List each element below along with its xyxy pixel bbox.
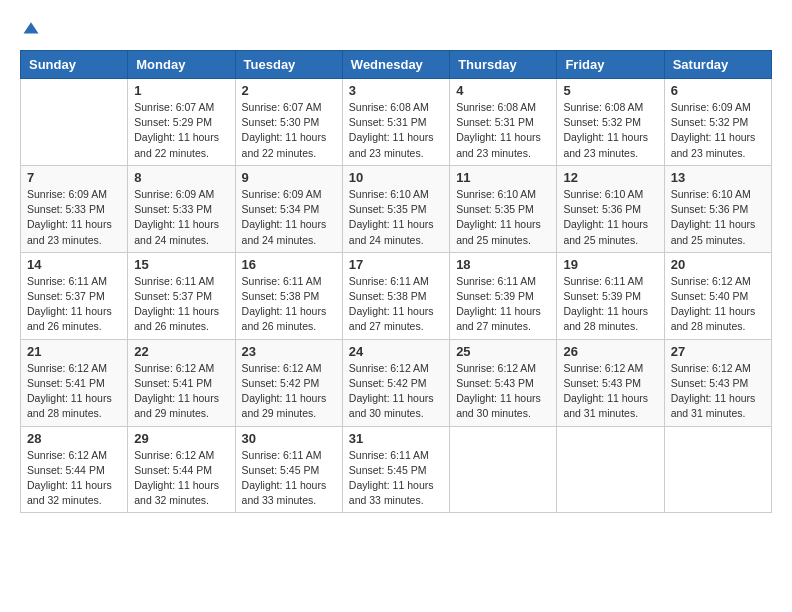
day-info: Sunrise: 6:11 AM Sunset: 5:45 PM Dayligh… — [349, 448, 443, 509]
day-number: 8 — [134, 170, 228, 185]
calendar-cell: 25Sunrise: 6:12 AM Sunset: 5:43 PM Dayli… — [450, 339, 557, 426]
calendar-cell: 17Sunrise: 6:11 AM Sunset: 5:38 PM Dayli… — [342, 252, 449, 339]
day-info: Sunrise: 6:08 AM Sunset: 5:32 PM Dayligh… — [563, 100, 657, 161]
calendar-cell: 27Sunrise: 6:12 AM Sunset: 5:43 PM Dayli… — [664, 339, 771, 426]
calendar-cell: 13Sunrise: 6:10 AM Sunset: 5:36 PM Dayli… — [664, 165, 771, 252]
day-info: Sunrise: 6:12 AM Sunset: 5:43 PM Dayligh… — [671, 361, 765, 422]
calendar-cell: 9Sunrise: 6:09 AM Sunset: 5:34 PM Daylig… — [235, 165, 342, 252]
day-info: Sunrise: 6:12 AM Sunset: 5:43 PM Dayligh… — [456, 361, 550, 422]
day-info: Sunrise: 6:12 AM Sunset: 5:41 PM Dayligh… — [134, 361, 228, 422]
calendar-cell: 6Sunrise: 6:09 AM Sunset: 5:32 PM Daylig… — [664, 79, 771, 166]
day-number: 28 — [27, 431, 121, 446]
column-header-tuesday: Tuesday — [235, 51, 342, 79]
day-info: Sunrise: 6:11 AM Sunset: 5:37 PM Dayligh… — [27, 274, 121, 335]
calendar-cell: 30Sunrise: 6:11 AM Sunset: 5:45 PM Dayli… — [235, 426, 342, 513]
column-header-monday: Monday — [128, 51, 235, 79]
day-info: Sunrise: 6:12 AM Sunset: 5:44 PM Dayligh… — [27, 448, 121, 509]
calendar-cell: 31Sunrise: 6:11 AM Sunset: 5:45 PM Dayli… — [342, 426, 449, 513]
calendar-cell: 2Sunrise: 6:07 AM Sunset: 5:30 PM Daylig… — [235, 79, 342, 166]
day-number: 23 — [242, 344, 336, 359]
column-header-wednesday: Wednesday — [342, 51, 449, 79]
day-number: 18 — [456, 257, 550, 272]
day-number: 13 — [671, 170, 765, 185]
day-number: 7 — [27, 170, 121, 185]
day-number: 26 — [563, 344, 657, 359]
calendar-cell: 15Sunrise: 6:11 AM Sunset: 5:37 PM Dayli… — [128, 252, 235, 339]
day-number: 6 — [671, 83, 765, 98]
day-number: 27 — [671, 344, 765, 359]
day-number: 25 — [456, 344, 550, 359]
day-number: 3 — [349, 83, 443, 98]
day-info: Sunrise: 6:12 AM Sunset: 5:43 PM Dayligh… — [563, 361, 657, 422]
day-info: Sunrise: 6:09 AM Sunset: 5:33 PM Dayligh… — [134, 187, 228, 248]
day-info: Sunrise: 6:11 AM Sunset: 5:38 PM Dayligh… — [349, 274, 443, 335]
calendar-table: SundayMondayTuesdayWednesdayThursdayFrid… — [20, 50, 772, 513]
day-number: 19 — [563, 257, 657, 272]
calendar-cell: 20Sunrise: 6:12 AM Sunset: 5:40 PM Dayli… — [664, 252, 771, 339]
calendar-cell: 18Sunrise: 6:11 AM Sunset: 5:39 PM Dayli… — [450, 252, 557, 339]
calendar-cell: 5Sunrise: 6:08 AM Sunset: 5:32 PM Daylig… — [557, 79, 664, 166]
day-info: Sunrise: 6:12 AM Sunset: 5:42 PM Dayligh… — [242, 361, 336, 422]
day-info: Sunrise: 6:09 AM Sunset: 5:32 PM Dayligh… — [671, 100, 765, 161]
day-number: 12 — [563, 170, 657, 185]
day-number: 1 — [134, 83, 228, 98]
calendar-cell: 24Sunrise: 6:12 AM Sunset: 5:42 PM Dayli… — [342, 339, 449, 426]
day-number: 14 — [27, 257, 121, 272]
calendar-cell — [21, 79, 128, 166]
calendar-cell: 23Sunrise: 6:12 AM Sunset: 5:42 PM Dayli… — [235, 339, 342, 426]
day-number: 30 — [242, 431, 336, 446]
svg-marker-0 — [24, 22, 39, 33]
calendar-cell: 7Sunrise: 6:09 AM Sunset: 5:33 PM Daylig… — [21, 165, 128, 252]
day-number: 20 — [671, 257, 765, 272]
week-row-5: 28Sunrise: 6:12 AM Sunset: 5:44 PM Dayli… — [21, 426, 772, 513]
day-number: 22 — [134, 344, 228, 359]
day-info: Sunrise: 6:12 AM Sunset: 5:41 PM Dayligh… — [27, 361, 121, 422]
calendar-header-row: SundayMondayTuesdayWednesdayThursdayFrid… — [21, 51, 772, 79]
calendar-cell — [664, 426, 771, 513]
day-number: 10 — [349, 170, 443, 185]
day-number: 5 — [563, 83, 657, 98]
day-number: 15 — [134, 257, 228, 272]
day-info: Sunrise: 6:07 AM Sunset: 5:29 PM Dayligh… — [134, 100, 228, 161]
calendar-cell: 10Sunrise: 6:10 AM Sunset: 5:35 PM Dayli… — [342, 165, 449, 252]
calendar-cell: 1Sunrise: 6:07 AM Sunset: 5:29 PM Daylig… — [128, 79, 235, 166]
page-header — [20, 20, 772, 34]
day-info: Sunrise: 6:11 AM Sunset: 5:37 PM Dayligh… — [134, 274, 228, 335]
day-info: Sunrise: 6:11 AM Sunset: 5:45 PM Dayligh… — [242, 448, 336, 509]
day-number: 31 — [349, 431, 443, 446]
day-info: Sunrise: 6:10 AM Sunset: 5:36 PM Dayligh… — [563, 187, 657, 248]
day-info: Sunrise: 6:11 AM Sunset: 5:38 PM Dayligh… — [242, 274, 336, 335]
day-info: Sunrise: 6:10 AM Sunset: 5:36 PM Dayligh… — [671, 187, 765, 248]
calendar-cell: 28Sunrise: 6:12 AM Sunset: 5:44 PM Dayli… — [21, 426, 128, 513]
day-number: 2 — [242, 83, 336, 98]
column-header-friday: Friday — [557, 51, 664, 79]
column-header-sunday: Sunday — [21, 51, 128, 79]
calendar-cell: 22Sunrise: 6:12 AM Sunset: 5:41 PM Dayli… — [128, 339, 235, 426]
day-info: Sunrise: 6:08 AM Sunset: 5:31 PM Dayligh… — [349, 100, 443, 161]
day-info: Sunrise: 6:11 AM Sunset: 5:39 PM Dayligh… — [563, 274, 657, 335]
day-info: Sunrise: 6:09 AM Sunset: 5:33 PM Dayligh… — [27, 187, 121, 248]
day-info: Sunrise: 6:11 AM Sunset: 5:39 PM Dayligh… — [456, 274, 550, 335]
calendar-cell — [557, 426, 664, 513]
day-number: 4 — [456, 83, 550, 98]
day-number: 29 — [134, 431, 228, 446]
week-row-2: 7Sunrise: 6:09 AM Sunset: 5:33 PM Daylig… — [21, 165, 772, 252]
calendar-cell: 16Sunrise: 6:11 AM Sunset: 5:38 PM Dayli… — [235, 252, 342, 339]
day-info: Sunrise: 6:09 AM Sunset: 5:34 PM Dayligh… — [242, 187, 336, 248]
day-info: Sunrise: 6:08 AM Sunset: 5:31 PM Dayligh… — [456, 100, 550, 161]
day-info: Sunrise: 6:12 AM Sunset: 5:40 PM Dayligh… — [671, 274, 765, 335]
day-number: 24 — [349, 344, 443, 359]
calendar-cell: 29Sunrise: 6:12 AM Sunset: 5:44 PM Dayli… — [128, 426, 235, 513]
day-info: Sunrise: 6:10 AM Sunset: 5:35 PM Dayligh… — [349, 187, 443, 248]
day-number: 17 — [349, 257, 443, 272]
day-number: 9 — [242, 170, 336, 185]
calendar-cell — [450, 426, 557, 513]
calendar-cell: 3Sunrise: 6:08 AM Sunset: 5:31 PM Daylig… — [342, 79, 449, 166]
calendar-cell: 21Sunrise: 6:12 AM Sunset: 5:41 PM Dayli… — [21, 339, 128, 426]
calendar-cell: 14Sunrise: 6:11 AM Sunset: 5:37 PM Dayli… — [21, 252, 128, 339]
day-info: Sunrise: 6:12 AM Sunset: 5:44 PM Dayligh… — [134, 448, 228, 509]
logo-icon — [22, 20, 40, 38]
day-number: 11 — [456, 170, 550, 185]
calendar-cell: 12Sunrise: 6:10 AM Sunset: 5:36 PM Dayli… — [557, 165, 664, 252]
day-info: Sunrise: 6:12 AM Sunset: 5:42 PM Dayligh… — [349, 361, 443, 422]
